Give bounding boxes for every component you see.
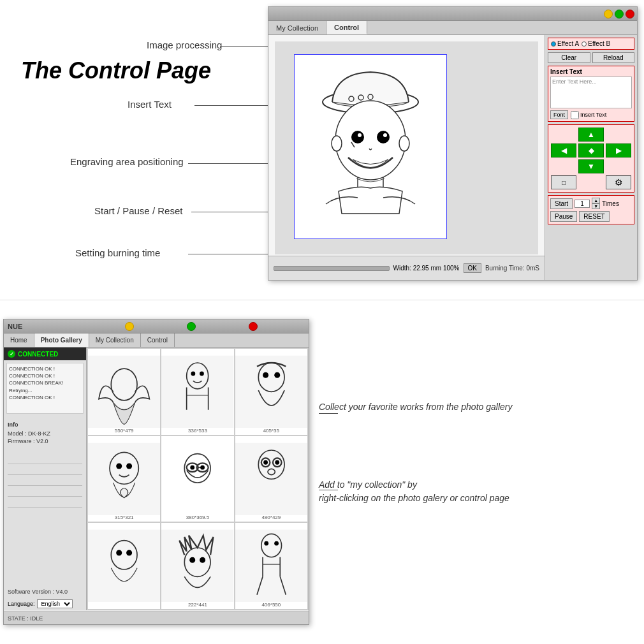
clear-button[interactable]: Clear (548, 52, 590, 63)
radio-dot-b (582, 41, 587, 47)
gear-btn[interactable]: ⚙ (606, 175, 631, 189)
app-window-bottom: NUE Home Photo Gallery My Collection Con… (3, 319, 309, 625)
arrow-center-btn[interactable]: ◆ (578, 143, 604, 157)
dash-row-3 (8, 476, 82, 486)
connection-log: CONNECTION OK ! CONNECTION OK ! CONNECTI… (6, 363, 84, 414)
dash-row-1 (8, 454, 82, 464)
insert-text-checkbox[interactable]: Insert Text (571, 111, 606, 119)
minimize-btn-bottom[interactable] (125, 322, 134, 331)
close-btn[interactable] (626, 10, 634, 18)
close-btn-bottom[interactable] (249, 322, 258, 331)
gallery-cell-8[interactable]: 222*441 (161, 523, 233, 609)
arrow-left-btn[interactable]: ◀ (551, 143, 576, 157)
tab-control-bottom[interactable]: Control (141, 333, 175, 347)
insert-text-check[interactable] (571, 111, 579, 119)
insert-text-title: Insert Text (550, 68, 632, 75)
log-line-5: CONNECTION OK ! (9, 394, 81, 401)
log-line-3: CONNECTION BREAK! (9, 379, 81, 386)
info-section: Info Model : DK-8-KZ Firmware : V2.0 (4, 419, 86, 448)
dash-row-5 (8, 497, 82, 508)
step-down-btn[interactable]: ▼ (592, 203, 600, 209)
model-row: Model : DK-8-KZ (8, 430, 82, 437)
gallery-cell-2[interactable]: 336*533 (161, 349, 233, 435)
arrow-up-btn[interactable]: ▲ (578, 128, 604, 142)
svg-point-20 (274, 372, 280, 378)
minimize-btn[interactable] (604, 10, 613, 18)
reload-button[interactable]: Reload (592, 52, 635, 63)
gallery-label-2: 336*533 (188, 428, 207, 434)
gallery-cell-7[interactable] (88, 523, 160, 609)
font-button[interactable]: Font (550, 110, 568, 119)
bottom-section: NUE Home Photo Gallery My Collection Con… (0, 306, 644, 644)
svg-point-29 (191, 465, 195, 469)
gallery-cell-3[interactable]: 405*35 (235, 349, 307, 435)
effect-b-radio[interactable]: Effect B (582, 40, 610, 47)
ok-button[interactable]: OK (464, 263, 481, 273)
tab-home[interactable]: Home (4, 333, 34, 347)
arrow-right-btn[interactable]: ▶ (606, 143, 631, 157)
tab-photo-gallery[interactable]: Photo Gallery (34, 333, 89, 347)
svg-point-15 (191, 372, 196, 376)
tab-my-collection-bottom[interactable]: My Collection (89, 333, 141, 347)
square-btn[interactable]: □ (551, 175, 576, 189)
step-up-btn[interactable]: ▲ (592, 198, 600, 203)
connector-collect (319, 413, 338, 414)
gallery-label-6: 480*429 (261, 515, 281, 520)
times-input[interactable] (574, 200, 590, 208)
svg-point-24 (126, 463, 132, 469)
text-area-mock[interactable]: Enter Text Here... (550, 77, 632, 108)
pause-button[interactable]: Pause (550, 211, 577, 222)
gallery-img-9 (235, 523, 307, 609)
effect-a-radio[interactable]: Effect A (551, 40, 579, 47)
connector-engraving (188, 163, 271, 164)
dash-row-2 (8, 465, 82, 475)
burning-time-slider[interactable] (274, 266, 390, 271)
app-title-bottom: NUE (8, 323, 22, 330)
times-label: Times (602, 200, 619, 207)
connector-insert-text (194, 105, 271, 106)
width-label: Width: 22.95 mm 100% (393, 265, 460, 272)
start-button[interactable]: Start (550, 198, 573, 209)
gallery-grid: 550*479 336*533 (87, 348, 309, 610)
gallery-label-8: 222*441 (188, 602, 207, 608)
clear-reload-row: Clear Reload (548, 52, 634, 63)
tab-control[interactable]: Control (326, 21, 367, 34)
gallery-cell-6[interactable]: 480*429 (235, 436, 307, 522)
svg-point-35 (263, 460, 268, 465)
svg-rect-42 (161, 530, 233, 602)
reset-button[interactable]: RESET (579, 211, 609, 222)
gallery-cell-5[interactable]: 380*369.5 (161, 436, 233, 522)
svg-point-30 (201, 465, 205, 469)
connector-burning-time (188, 254, 271, 254)
arrow-empty-3 (551, 159, 576, 173)
label-burning-time: Setting burning time (75, 247, 160, 258)
start-row: Start ▲ ▼ Times (550, 198, 632, 209)
gallery-cell-1[interactable]: 550*479 (88, 349, 160, 435)
maximize-btn-bottom[interactable] (187, 322, 196, 331)
gallery-cell-9[interactable]: 406*550 (235, 523, 307, 609)
maximize-btn[interactable] (615, 10, 624, 18)
radio-dot-a (551, 41, 556, 47)
firmware-row: Firmware : V2.0 (8, 438, 82, 444)
arrow-down-btn[interactable]: ▼ (578, 159, 604, 173)
label-insert-text: Insert Text (128, 99, 172, 110)
canvas-image-box[interactable] (294, 54, 447, 239)
stepper[interactable]: ▲ ▼ (592, 198, 600, 209)
gallery-cell-4[interactable]: 315*321 (88, 436, 160, 522)
svg-point-49 (274, 541, 279, 546)
title-bar-top (268, 7, 637, 21)
language-select[interactable]: English (37, 599, 73, 608)
arrow-empty-4 (606, 159, 631, 173)
svg-point-10 (399, 136, 409, 151)
log-line-4: Retrying... (9, 387, 81, 394)
font-row: Font Insert Text (550, 110, 632, 119)
canvas-bg (275, 41, 538, 254)
gallery-label-4: 315*321 (115, 515, 134, 520)
pause-reset-row: Pause RESET (550, 211, 632, 222)
label-image-processing: Image processing (147, 40, 222, 50)
section-divider (0, 300, 644, 300)
log-line-2: CONNECTION OK ! (9, 372, 81, 379)
burning-time-label: Burning Time: 0mS (485, 265, 539, 272)
tab-my-collection[interactable]: My Collection (268, 21, 326, 34)
gallery-label-1: 550*479 (115, 428, 134, 434)
